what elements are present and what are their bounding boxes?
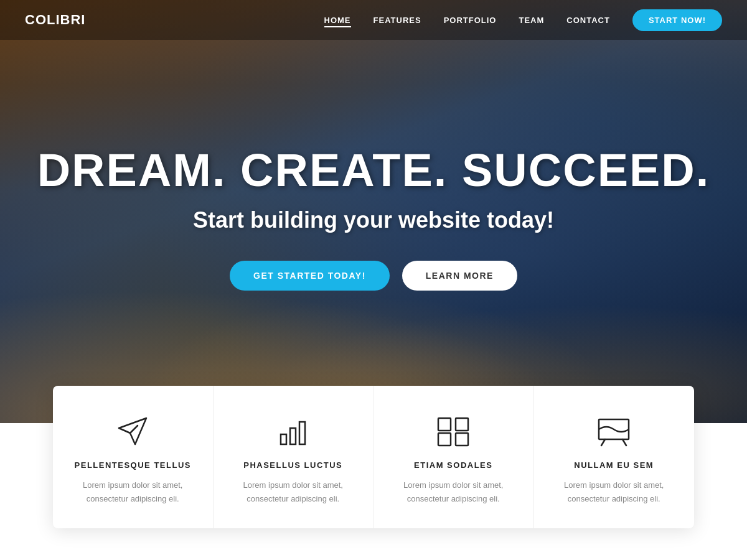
hero-title: DREAM. CREATE. SUCCEED.	[37, 145, 710, 195]
svg-rect-5	[456, 418, 468, 431]
boxes-icon	[391, 416, 516, 448]
features-section: PELLENTESQUE TELLUS Lorem ipsum dolor si…	[53, 386, 694, 528]
svg-line-9	[601, 439, 605, 446]
navbar: COLIBRI HOME FEATURES PORTFOLIO TEAM CON…	[0, 0, 747, 40]
svg-rect-6	[438, 433, 451, 446]
svg-rect-3	[299, 422, 305, 444]
get-started-button[interactable]: GET STARTED TODAY!	[230, 261, 390, 291]
svg-line-10	[622, 439, 626, 446]
nav-item-contact[interactable]: CONTACT	[566, 14, 610, 26]
start-now-button[interactable]: START NOW!	[632, 9, 722, 31]
feature-item-3: ETIAM SODALES Lorem ipsum dolor sit amet…	[374, 386, 534, 528]
chart-line-icon	[552, 416, 677, 448]
feature-item-1: PELLENTESQUE TELLUS Lorem ipsum dolor si…	[53, 386, 214, 528]
bar-chart-icon	[231, 416, 356, 448]
feature-title-2: PHASELLUS LUCTUS	[231, 460, 356, 470]
hero-section: DREAM. CREATE. SUCCEED. Start building y…	[0, 0, 747, 423]
feature-desc-4: Lorem ipsum dolor sit amet, consectetur …	[552, 478, 677, 506]
feature-desc-1: Lorem ipsum dolor sit amet, consectetur …	[70, 478, 195, 506]
nav-links: HOME FEATURES PORTFOLIO TEAM CONTACT STA…	[324, 9, 722, 31]
feature-desc-3: Lorem ipsum dolor sit amet, consectetur …	[391, 478, 516, 506]
learn-more-button[interactable]: LEARN MORE	[402, 261, 517, 291]
feature-title-1: PELLENTESQUE TELLUS	[70, 460, 195, 470]
feature-item-4: NULLAM EU SEM Lorem ipsum dolor sit amet…	[534, 386, 695, 528]
hero-content: DREAM. CREATE. SUCCEED. Start building y…	[37, 145, 710, 290]
hero-buttons: GET STARTED TODAY! LEARN MORE	[37, 261, 710, 291]
nav-cta[interactable]: START NOW!	[632, 9, 722, 31]
svg-rect-1	[281, 434, 286, 444]
hero-subtitle: Start building your website today!	[37, 207, 710, 233]
nav-item-team[interactable]: TEAM	[519, 14, 544, 26]
feature-title-4: NULLAM EU SEM	[552, 460, 677, 470]
feature-desc-2: Lorem ipsum dolor sit amet, consectetur …	[231, 478, 356, 506]
svg-rect-7	[456, 433, 468, 446]
nav-item-portfolio[interactable]: PORTFOLIO	[444, 14, 497, 26]
brand-logo[interactable]: COLIBRI	[25, 12, 85, 28]
feature-item-2: PHASELLUS LUCTUS Lorem ipsum dolor sit a…	[214, 386, 374, 528]
nav-item-features[interactable]: FEATURES	[374, 14, 421, 26]
svg-rect-2	[290, 428, 296, 444]
paper-plane-icon	[70, 416, 195, 448]
svg-rect-4	[438, 418, 451, 431]
svg-line-0	[130, 426, 138, 433]
feature-title-3: ETIAM SODALES	[391, 460, 516, 470]
nav-item-home[interactable]: HOME	[324, 14, 351, 26]
